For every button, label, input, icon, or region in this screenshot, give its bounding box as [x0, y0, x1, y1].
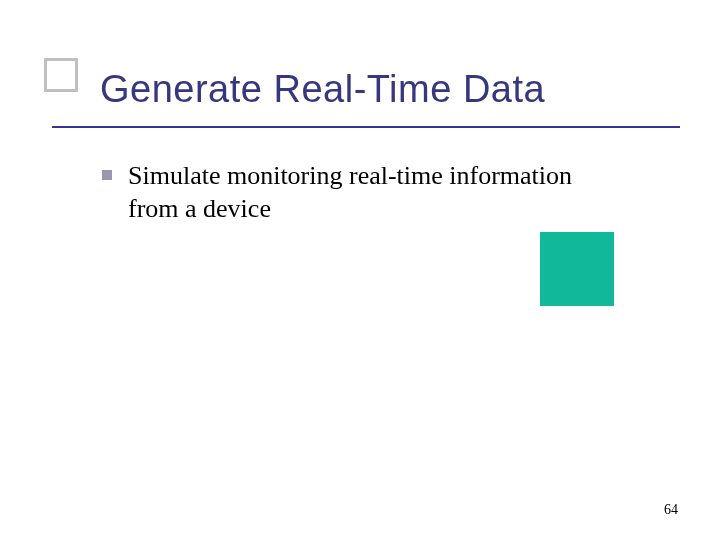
teal-square-graphic: [540, 232, 614, 306]
slide-title: Generate Real-Time Data: [100, 68, 680, 111]
square-bullet-icon: [102, 170, 112, 180]
bullet-list: Simulate monitoring real-time informatio…: [102, 160, 600, 225]
list-item: Simulate monitoring real-time informatio…: [102, 160, 600, 225]
bullet-text: Simulate monitoring real-time informatio…: [128, 160, 600, 225]
page-number: 64: [664, 502, 678, 518]
title-container: Generate Real-Time Data: [100, 68, 680, 111]
title-underline: [52, 126, 680, 128]
title-decoration-square: [44, 58, 78, 92]
